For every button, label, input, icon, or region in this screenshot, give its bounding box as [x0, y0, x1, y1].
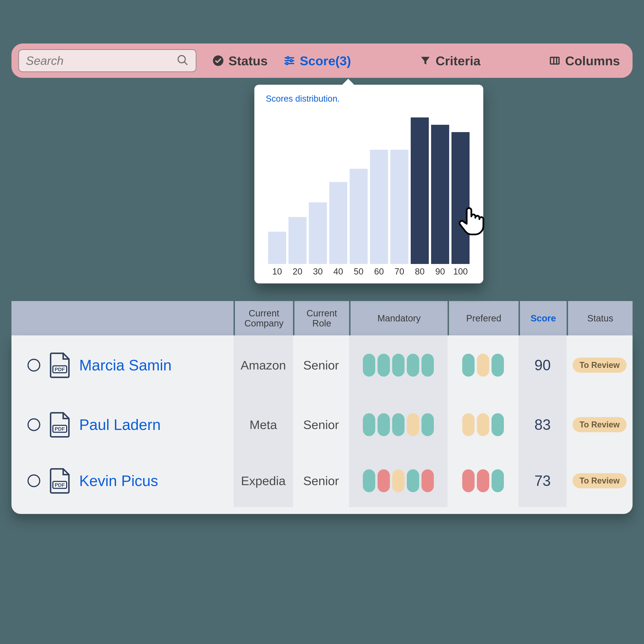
prefered-cell	[448, 395, 519, 454]
score-value: 73	[534, 472, 551, 489]
svg-text:PDF: PDF	[55, 482, 65, 488]
prefered-cell	[448, 335, 519, 395]
chart-bar[interactable]	[431, 125, 449, 264]
mandatory-cell	[349, 454, 448, 507]
criteria-pill	[462, 413, 475, 436]
company-cell: Meta	[234, 395, 293, 454]
candidate-name[interactable]: Marcia Samin	[79, 356, 171, 374]
chart-tick-label: 20	[288, 267, 307, 277]
th-mandatory[interactable]: Mandatory	[349, 301, 448, 335]
chart-tick-label: 50	[350, 267, 368, 277]
row-select-radio[interactable]	[27, 474, 40, 487]
svg-point-8	[286, 62, 288, 65]
chart-bar[interactable]	[288, 217, 307, 264]
chart-tick-label: 30	[309, 267, 327, 277]
chart-bar[interactable]	[329, 182, 347, 264]
score-value: 83	[534, 416, 551, 433]
criteria-pill	[421, 413, 434, 436]
chart-bar[interactable]	[309, 202, 327, 264]
filter-columns-label: Columns	[565, 53, 620, 68]
criteria-pill	[392, 354, 405, 377]
chart-bar[interactable]	[451, 132, 470, 264]
th-prefered[interactable]: Prefered	[448, 301, 519, 335]
popover-title: Scores distribution.	[266, 94, 472, 104]
row-select-radio[interactable]	[27, 418, 40, 431]
status-badge[interactable]: To Review	[573, 358, 626, 373]
filter-status[interactable]: Status	[212, 53, 268, 68]
chart-bar[interactable]	[411, 117, 429, 264]
role-cell: Senior	[293, 335, 349, 395]
score-cell: 73	[519, 454, 567, 507]
score-popover: Scores distribution. 1020304050607080901…	[254, 85, 483, 283]
status-badge[interactable]: To Review	[573, 417, 626, 432]
candidate-name[interactable]: Kevin Picus	[79, 472, 158, 489]
search-input[interactable]	[26, 54, 177, 68]
status-cell: To Review	[567, 454, 633, 507]
criteria-pill	[363, 413, 375, 436]
criteria-pill	[392, 469, 405, 492]
svg-line-1	[184, 62, 187, 65]
score-cell: 90	[519, 335, 567, 395]
chart-bar[interactable]	[370, 150, 388, 264]
filter-bar: Status Score(3) Criteria	[11, 43, 633, 78]
th-score[interactable]: Score	[519, 301, 567, 335]
th-company[interactable]: Current Company	[234, 301, 293, 335]
svg-text:PDF: PDF	[55, 366, 65, 372]
table-row-name-cell: PDFKevin Picus	[11, 454, 234, 507]
check-circle-icon	[212, 55, 224, 66]
company-cell: Amazon	[234, 335, 293, 395]
criteria-pill	[378, 354, 390, 377]
status-cell: To Review	[567, 335, 633, 395]
criteria-pill	[462, 354, 475, 377]
criteria-pill	[407, 469, 419, 492]
candidates-table: Current Company Current Role Mandatory P…	[11, 301, 633, 514]
th-status[interactable]: Status	[567, 301, 633, 335]
chart-tick-label: 10	[268, 267, 286, 277]
score-value: 90	[534, 357, 551, 374]
filter-score-label: Score(3)	[300, 53, 351, 68]
candidate-name[interactable]: Paul Ladern	[79, 416, 161, 433]
pointer-cursor-icon	[455, 204, 487, 237]
mandatory-cell	[349, 395, 448, 454]
score-distribution-chart[interactable]	[266, 108, 472, 264]
th-name[interactable]	[11, 301, 234, 335]
chart-bar[interactable]	[350, 169, 368, 264]
chart-tick-label: 40	[329, 267, 347, 277]
criteria-pill	[407, 413, 419, 436]
pdf-icon[interactable]: PDF	[48, 352, 71, 378]
filter-criteria[interactable]: Criteria	[420, 53, 481, 68]
criteria-pill	[378, 469, 390, 492]
chart-bar[interactable]	[390, 150, 408, 264]
filter-score[interactable]: Score(3)	[284, 53, 351, 68]
company-cell: Expedia	[234, 454, 293, 507]
criteria-pill	[492, 413, 504, 436]
criteria-pill	[378, 413, 390, 436]
chart-tick-label: 80	[411, 267, 429, 277]
chart-bar[interactable]	[268, 232, 286, 264]
chart-tick-label: 60	[370, 267, 388, 277]
filter-status-label: Status	[228, 53, 268, 68]
criteria-pill	[477, 469, 489, 492]
criteria-pill	[462, 469, 475, 492]
search-icon	[177, 54, 189, 67]
th-role[interactable]: Current Role	[293, 301, 349, 335]
svg-point-0	[178, 56, 185, 63]
table-body: PDFMarcia SaminPDFPaul LadernPDFKevin Pi…	[11, 335, 633, 514]
funnel-icon	[420, 55, 431, 66]
criteria-pill	[492, 354, 504, 377]
columns-icon	[549, 55, 560, 66]
row-select-radio[interactable]	[27, 359, 40, 372]
criteria-pill	[421, 469, 434, 492]
status-badge[interactable]: To Review	[573, 473, 626, 488]
pdf-icon[interactable]: PDF	[48, 412, 71, 438]
prefered-cell	[448, 454, 519, 507]
role-cell: Senior	[293, 454, 349, 507]
pdf-icon[interactable]: PDF	[48, 468, 71, 494]
mandatory-cell	[349, 335, 448, 395]
chart-tick-label: 100	[451, 267, 470, 277]
criteria-pill	[363, 469, 375, 492]
filter-columns[interactable]: Columns	[549, 53, 620, 68]
svg-rect-9	[551, 57, 559, 64]
filter-criteria-label: Criteria	[436, 53, 481, 68]
search-box[interactable]	[18, 49, 196, 72]
